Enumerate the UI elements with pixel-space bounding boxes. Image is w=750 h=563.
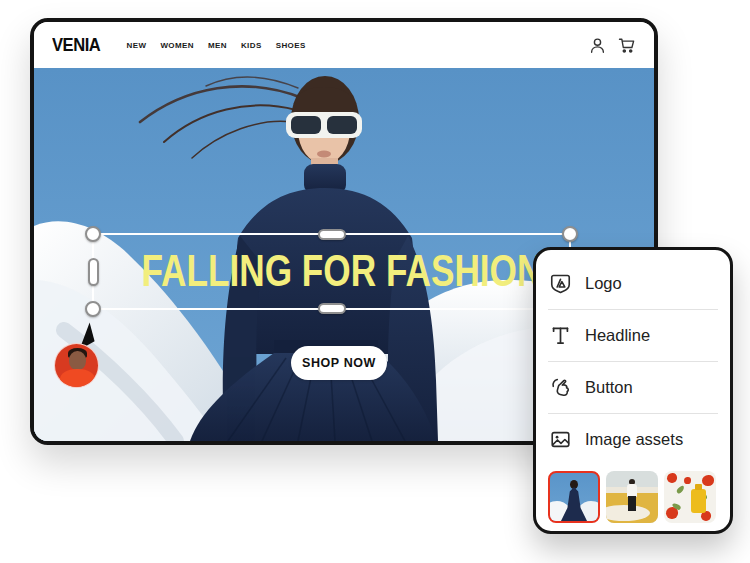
selection-handle-bottom-left[interactable] [85,301,101,317]
panel-item-logo[interactable]: Logo [548,258,718,309]
image-asset-thumbnails [548,471,718,523]
panel-label-logo: Logo [585,274,622,293]
shop-now-button[interactable]: SHOP NOW [291,346,387,380]
button-icon [548,376,572,400]
panel-label-image-assets: Image assets [585,430,683,449]
selection-handle-top-right[interactable] [562,226,578,242]
panel-item-button[interactable]: Button [548,362,718,413]
nav-item-men[interactable]: MEN [208,41,227,50]
site-header: VENIA NEW WOMEN MEN KIDS SHOES [34,22,654,68]
hero-model-thumbnail[interactable] [548,471,600,523]
flowers-perfume-thumbnail[interactable] [664,471,716,523]
nav-item-kids[interactable]: KIDS [241,41,262,50]
headline-icon [548,324,572,348]
panel-item-headline[interactable]: Headline [548,310,718,361]
hero-headline[interactable]: FALLING FOR FASHION [142,246,522,296]
pool-scene-thumbnail[interactable] [606,471,658,523]
avatar-face [69,351,86,370]
nav-item-new[interactable]: NEW [127,41,147,50]
collaborator-avatar[interactable] [54,343,99,388]
headline-selection-box[interactable]: FALLING FOR FASHION [92,233,571,310]
panel-label-headline: Headline [585,326,650,345]
image-assets-icon [548,428,572,452]
selection-handle-top[interactable] [318,229,346,240]
nav-item-shoes[interactable]: SHOES [276,41,306,50]
brand-logo[interactable]: VENIA [52,35,100,56]
nav-item-women[interactable]: WOMEN [160,41,194,50]
assets-panel: Logo Headline Button [533,247,733,534]
header-icons [589,37,636,54]
stage: VENIA NEW WOMEN MEN KIDS SHOES [0,0,750,563]
selection-handle-left[interactable] [88,258,99,286]
account-icon[interactable] [589,37,606,54]
panel-item-image-assets[interactable]: Image assets [548,414,718,465]
cart-icon[interactable] [618,37,636,54]
selection-handle-bottom[interactable] [318,303,346,314]
panel-label-button: Button [585,378,633,397]
selection-handle-top-left[interactable] [85,226,101,242]
logo-icon [548,272,572,296]
main-nav: NEW WOMEN MEN KIDS SHOES [127,41,306,50]
